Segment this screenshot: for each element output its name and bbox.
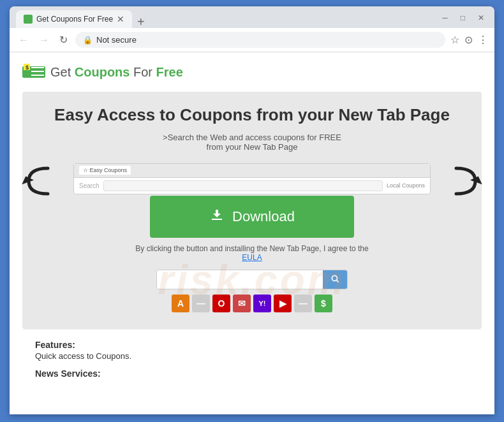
hero-subtitle-line1: >Search the Web and access coupons for F… bbox=[163, 133, 341, 142]
address-bar: ← → ↻ 🔒 Not secure ☆ ⊙ ⋮ bbox=[10, 28, 494, 52]
bookmark-icon[interactable]: ☆ bbox=[450, 34, 459, 46]
logo-free: Free bbox=[156, 65, 183, 79]
logo-icon: $ bbox=[22, 62, 45, 82]
preview-browser: ☆ Easy Coupons Search Local Coupons bbox=[73, 163, 431, 194]
search-button[interactable] bbox=[323, 270, 347, 289]
preview-local-coupons: Local Coupons bbox=[387, 182, 425, 189]
shortcut-dash1[interactable]: — bbox=[192, 295, 210, 312]
download-button[interactable]: Download bbox=[150, 196, 354, 238]
svg-text:$: $ bbox=[26, 64, 29, 71]
hero-title: Easy Access to Coupons from your New Tab… bbox=[35, 105, 469, 126]
download-svg-icon bbox=[209, 207, 225, 222]
hero-subtitle: >Search the Web and access coupons for F… bbox=[35, 133, 469, 152]
preview-search-label: Search bbox=[79, 182, 100, 189]
shortcut-dash2[interactable]: — bbox=[294, 295, 312, 312]
search-icon bbox=[330, 274, 339, 283]
page-content: $ Get Coupons For Free Easy Access to Co… bbox=[10, 52, 494, 414]
tab-close-button[interactable]: ✕ bbox=[117, 14, 124, 24]
features-label: Features: bbox=[35, 340, 469, 350]
search-area bbox=[35, 270, 469, 289]
shortcut-overstock[interactable]: O bbox=[212, 295, 230, 312]
eula-text: By clicking the button and installing th… bbox=[135, 244, 368, 253]
svg-marker-7 bbox=[470, 174, 484, 184]
preview-content: Search Local Coupons bbox=[74, 178, 430, 194]
download-label: Download bbox=[232, 208, 295, 225]
search-input[interactable] bbox=[157, 270, 323, 289]
minimize-button[interactable]: ─ bbox=[438, 12, 452, 24]
svg-marker-6 bbox=[20, 174, 34, 184]
active-tab[interactable]: Get Coupons For Free ✕ bbox=[16, 10, 132, 28]
hero-section: Easy Access to Coupons from your New Tab… bbox=[22, 92, 482, 329]
preview-search-input[interactable] bbox=[103, 180, 383, 191]
page-inner: $ Get Coupons For Free Easy Access to Co… bbox=[10, 52, 494, 399]
forward-button[interactable]: → bbox=[36, 33, 52, 47]
search-box bbox=[156, 270, 348, 289]
security-label: Not secure bbox=[96, 35, 137, 45]
shortcut-youtube[interactable]: ▶ bbox=[274, 295, 292, 312]
shortcut-email[interactable]: ✉ bbox=[233, 295, 251, 312]
new-tab-button[interactable]: + bbox=[132, 15, 150, 28]
shortcut-yahoo[interactable]: Y! bbox=[253, 295, 271, 312]
window-controls: ─ □ ✕ bbox=[438, 12, 488, 26]
browser-window: Get Coupons For Free ✕ + ─ □ ✕ ← → ↻ 🔒 N… bbox=[10, 6, 494, 414]
hero-subtitle-line2: from your New Tab Page bbox=[207, 142, 298, 152]
security-icon: 🔒 bbox=[83, 36, 93, 45]
arrow-right-icon bbox=[450, 162, 488, 200]
shortcut-deals[interactable]: $ bbox=[315, 295, 332, 312]
profile-icon[interactable]: ⊙ bbox=[464, 34, 473, 46]
maximize-button[interactable]: □ bbox=[457, 12, 469, 24]
address-actions: ☆ ⊙ ⋮ bbox=[450, 34, 488, 46]
cta-area: Download By clicking the button and inst… bbox=[35, 196, 469, 262]
shortcut-amazon[interactable]: A bbox=[172, 295, 189, 312]
logo-for: For bbox=[130, 65, 156, 79]
tab-title: Get Coupons For Free bbox=[36, 15, 113, 24]
preview-bar: ☆ Easy Coupons bbox=[74, 164, 430, 178]
logo-text: Get Coupons For Free bbox=[50, 65, 183, 80]
menu-icon[interactable]: ⋮ bbox=[478, 34, 488, 46]
url-box[interactable]: 🔒 Not secure bbox=[75, 32, 445, 48]
svg-point-9 bbox=[332, 275, 337, 280]
svg-rect-8 bbox=[212, 219, 222, 220]
arrow-left-icon bbox=[16, 162, 54, 200]
news-label: News Services: bbox=[35, 368, 469, 379]
preview-tab: ☆ Easy Coupons bbox=[79, 166, 131, 175]
features-section: Features: Quick access to Coupons. News … bbox=[22, 329, 482, 389]
title-bar: Get Coupons For Free ✕ + ─ □ ✕ bbox=[10, 6, 494, 28]
shortcut-icons: A — O ✉ Y! ▶ — $ bbox=[35, 295, 469, 312]
eula-area: By clicking the button and installing th… bbox=[135, 244, 368, 262]
refresh-button[interactable]: ↻ bbox=[57, 33, 70, 47]
logo-get: Get bbox=[50, 65, 75, 79]
logo-area: $ Get Coupons For Free bbox=[22, 62, 482, 82]
back-button[interactable]: ← bbox=[16, 33, 31, 47]
logo-coupons: Coupons bbox=[75, 65, 130, 79]
download-icon bbox=[209, 207, 225, 226]
window-close-button[interactable]: ✕ bbox=[474, 12, 488, 24]
eula-link[interactable]: EULA bbox=[242, 253, 262, 262]
features-text: Quick access to Coupons. bbox=[35, 351, 469, 361]
svg-line-10 bbox=[336, 280, 339, 282]
tab-area: Get Coupons For Free ✕ + bbox=[16, 10, 433, 28]
tab-favicon bbox=[24, 15, 33, 24]
